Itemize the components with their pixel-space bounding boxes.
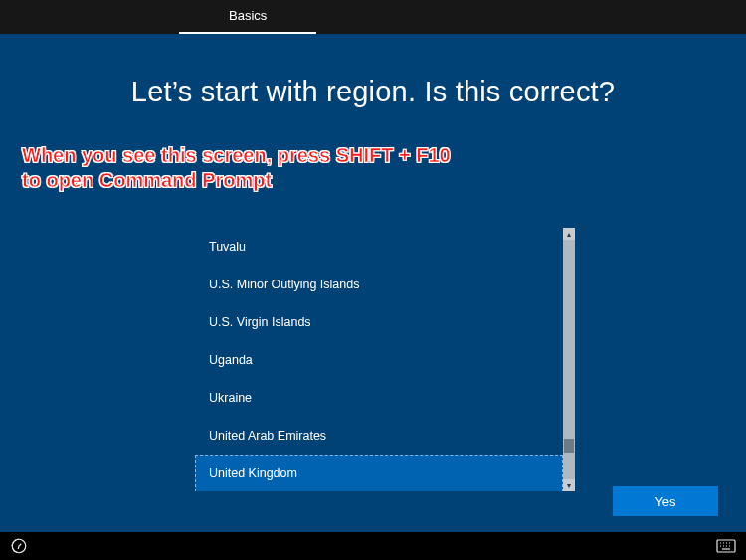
bottom-taskbar [0,532,746,560]
chevron-down-icon: ▾ [567,481,571,490]
region-item[interactable]: Uganda [195,341,563,379]
scroll-up-button[interactable]: ▴ [563,228,575,240]
page-title: Let’s start with region. Is this correct… [0,76,746,108]
instruction-annotation: When you see this screen, press SHIFT + … [22,143,451,193]
region-item[interactable]: Tuvalu [195,228,563,266]
scrollbar[interactable]: ▴ ▾ [563,228,575,491]
region-item[interactable]: U.S. Minor Outlying Islands [195,266,563,303]
region-list-container: TuvaluU.S. Minor Outlying IslandsU.S. Vi… [195,228,575,491]
region-item[interactable]: Ukraine [195,379,563,417]
chevron-up-icon: ▴ [567,230,571,239]
annotation-line-1: When you see this screen, press SHIFT + … [22,143,451,168]
region-item[interactable]: United Arab Emirates [195,417,563,455]
scroll-down-button[interactable]: ▾ [563,479,575,491]
ease-of-access-icon[interactable] [10,537,28,555]
region-item[interactable]: U.S. Virgin Islands [195,303,563,341]
tab-basics[interactable]: Basics [179,0,316,34]
yes-button[interactable]: Yes [613,486,718,516]
oobe-main-panel: Let’s start with region. Is this correct… [0,34,746,532]
keyboard-icon[interactable] [716,539,736,553]
region-list[interactable]: TuvaluU.S. Minor Outlying IslandsU.S. Vi… [195,228,563,491]
setup-tab-bar: Basics [0,0,746,34]
scrollbar-thumb[interactable] [564,439,574,453]
region-item[interactable]: United Kingdom [195,455,563,491]
annotation-line-2: to open Command Prompt [22,168,451,193]
